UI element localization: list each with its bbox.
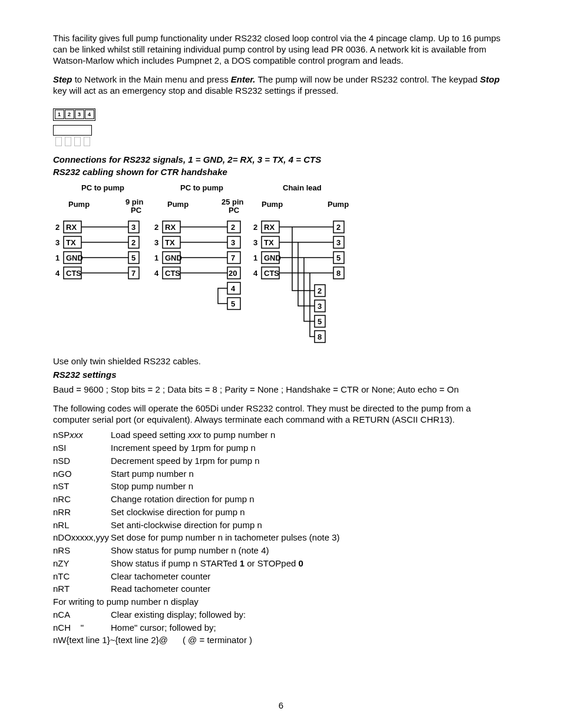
svg-text:4: 4 bbox=[253, 269, 258, 278]
svg-text:2: 2 bbox=[253, 223, 257, 232]
baud-line: Baud = 9600 ; Stop bits = 2 ; Data bits … bbox=[53, 384, 509, 396]
table-row: nSDDecrement speed by 1rpm for pump n bbox=[53, 454, 340, 467]
codes-intro: The following codes will operate the 605… bbox=[53, 403, 509, 426]
svg-text:5: 5 bbox=[231, 299, 235, 308]
wiring-diagram: PC to pump Pump 9 pin PC 2RX 3TX 1GND 4C… bbox=[53, 182, 509, 349]
svg-text:1: 1 bbox=[55, 253, 59, 262]
step-word: Step bbox=[53, 74, 72, 84]
heading-cabling: RS232 cabling shown for CTR handshake bbox=[53, 167, 509, 178]
table-row: nW{text line 1}~{text line 2}@ ( @ = ter… bbox=[53, 634, 340, 647]
intro-para-1: This facility gives full pump functional… bbox=[53, 33, 509, 66]
svg-text:Chain lead: Chain lead bbox=[283, 183, 322, 192]
svg-text:3: 3 bbox=[154, 238, 158, 247]
svg-text:GND: GND bbox=[66, 253, 83, 262]
svg-text:5: 5 bbox=[318, 317, 322, 326]
cmd-desc: Load speed setting xxx to pump number n bbox=[111, 429, 340, 442]
svg-text:PC: PC bbox=[229, 206, 240, 215]
svg-text:4: 4 bbox=[231, 284, 236, 293]
svg-text:RX: RX bbox=[165, 223, 176, 232]
table-row: nRRSet clockwise direction for pump n bbox=[53, 506, 340, 519]
svg-text:PC to pump: PC to pump bbox=[180, 183, 223, 192]
svg-text:2: 2 bbox=[154, 223, 158, 232]
col1-pc9-a: 9 pin bbox=[125, 197, 143, 206]
svg-text:4: 4 bbox=[55, 269, 60, 278]
svg-text:1: 1 bbox=[253, 253, 257, 262]
svg-text:8: 8 bbox=[336, 269, 340, 278]
svg-text:3: 3 bbox=[318, 302, 322, 311]
enter-word: Enter. bbox=[231, 74, 256, 84]
svg-text:TX: TX bbox=[264, 238, 274, 247]
svg-text:1: 1 bbox=[154, 253, 158, 262]
command-table: nSPxxxLoad speed setting xxx to pump num… bbox=[53, 429, 340, 647]
cmd-code: nSPxxx bbox=[53, 429, 111, 442]
intro-para-2: Step to Network in the Main menu and pre… bbox=[53, 74, 509, 97]
svg-text:3: 3 bbox=[253, 238, 257, 247]
table-row: For writing to pump number n display bbox=[53, 596, 340, 609]
svg-text:TX: TX bbox=[66, 238, 76, 247]
svg-text:RX: RX bbox=[264, 223, 275, 232]
svg-text:GND: GND bbox=[264, 253, 281, 262]
svg-text:3: 3 bbox=[55, 238, 59, 247]
page-number: 6 bbox=[0, 700, 562, 711]
table-row: nRTRead tachometer counter bbox=[53, 583, 340, 596]
table-row: nRLSet anti-clockwise direction for pump… bbox=[53, 519, 340, 532]
svg-text:7: 7 bbox=[231, 253, 235, 262]
svg-text:Pump: Pump bbox=[262, 200, 283, 209]
table-row: nRSShow status for pump number n (note 4… bbox=[53, 545, 340, 558]
svg-text:2: 2 bbox=[55, 223, 59, 232]
col1-title: PC to pump bbox=[81, 183, 124, 192]
table-row: nSTStop pump number n bbox=[53, 480, 340, 493]
svg-text:RX: RX bbox=[66, 223, 77, 232]
svg-text:8: 8 bbox=[318, 332, 322, 341]
table-row: nDOxxxxx,yyySet dose for pump number n i… bbox=[53, 532, 340, 545]
svg-text:5: 5 bbox=[336, 253, 340, 262]
table-row: nZYShow status if pump n STARTed 1 or ST… bbox=[53, 557, 340, 570]
svg-text:GND: GND bbox=[165, 253, 182, 262]
svg-text:CTS: CTS bbox=[264, 269, 279, 278]
svg-text:3: 3 bbox=[131, 223, 135, 232]
col1-pump: Pump bbox=[68, 200, 90, 209]
svg-text:2: 2 bbox=[231, 223, 235, 232]
svg-text:CTS: CTS bbox=[165, 269, 180, 278]
heading-connections: Connections for RS232 signals, 1 = GND, … bbox=[53, 154, 509, 166]
note-cable: Use only twin shielded RS232 cables. bbox=[53, 356, 509, 367]
svg-text:CTS: CTS bbox=[66, 269, 81, 278]
table-row: nGOStart pump number n bbox=[53, 467, 340, 480]
heading-settings: RS232 settings bbox=[53, 370, 509, 381]
svg-text:3: 3 bbox=[231, 238, 235, 247]
table-row: nTCClear tachometer counter bbox=[53, 570, 340, 583]
svg-text:2: 2 bbox=[336, 223, 340, 232]
svg-text:7: 7 bbox=[131, 269, 135, 278]
svg-text:5: 5 bbox=[131, 253, 135, 262]
table-row: nSIIncrement speed by 1rpm for pump n bbox=[53, 442, 340, 455]
table-row: nCAClear existing display; followed by: bbox=[53, 608, 340, 621]
stop-word: Stop bbox=[480, 74, 500, 84]
svg-text:Pump: Pump bbox=[167, 200, 189, 209]
table-row: nRCChange rotation direction for pump n bbox=[53, 493, 340, 506]
svg-text:Pump: Pump bbox=[328, 200, 349, 209]
svg-text:25 pin: 25 pin bbox=[222, 197, 244, 206]
connector-icon: 1234 bbox=[53, 105, 509, 146]
svg-text:4: 4 bbox=[154, 269, 159, 278]
svg-text:2: 2 bbox=[131, 238, 135, 247]
svg-text:20: 20 bbox=[229, 269, 237, 278]
table-row: nCH "Home" cursor; followed by; bbox=[53, 621, 340, 634]
svg-text:2: 2 bbox=[318, 286, 322, 295]
table-row: nSPxxxLoad speed setting xxx to pump num… bbox=[53, 429, 340, 442]
svg-text:3: 3 bbox=[336, 238, 340, 247]
svg-text:TX: TX bbox=[165, 238, 175, 247]
col1-pc9-b: PC bbox=[131, 206, 142, 215]
